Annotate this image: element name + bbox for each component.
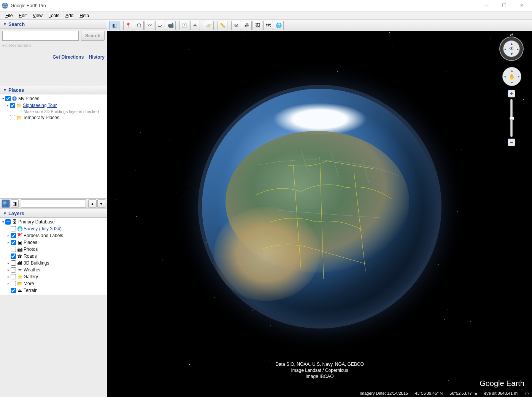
layer-item[interactable]: 🛣Roads	[0, 253, 107, 260]
layer-checkbox[interactable]	[11, 226, 16, 231]
expander-icon[interactable]: ▸	[6, 267, 11, 273]
print-button[interactable]: 🖶	[242, 21, 252, 30]
maximize-button[interactable]: ☐	[495, 0, 513, 11]
layer-label[interactable]: Survey (July 2024)	[24, 226, 62, 232]
compass-north-label: N	[510, 33, 513, 37]
look-right-arrow[interactable]: ▸	[517, 47, 519, 51]
layer-item[interactable]: 📷Photos	[0, 246, 107, 253]
planets-button[interactable]: 🪐	[204, 21, 214, 30]
look-up-arrow[interactable]: ▴	[511, 41, 513, 46]
record-tour-button[interactable]: 📹	[166, 21, 176, 30]
layer-checkbox[interactable]	[11, 240, 16, 245]
ruler-button[interactable]: 📏	[218, 21, 227, 30]
menu-edit[interactable]: Edit	[16, 12, 30, 19]
zoom-out-button[interactable]: −	[508, 139, 515, 146]
zoom-slider-track[interactable]	[510, 99, 513, 137]
places-down-button[interactable]: ▾	[97, 199, 106, 208]
places-split-button[interactable]: ◨	[11, 199, 19, 208]
places-search-button[interactable]: 🔍	[2, 199, 10, 208]
tree-item-sightseeing[interactable]: ▸ 📁 Sightseeing Tour	[0, 102, 107, 109]
sunlight-button[interactable]: ☀	[190, 21, 200, 30]
zoom-in-button[interactable]: +	[508, 90, 515, 97]
add-placemark-button[interactable]: 📍	[123, 21, 133, 30]
folder-icon: 📁	[16, 115, 22, 121]
add-image-overlay-button[interactable]: ▱	[155, 21, 165, 30]
layer-item[interactable]: ⛰Terrain	[0, 287, 107, 294]
globe-canvas[interactable]: N 👁 ▴ ▾ ◂ ▸ ✋ ▴ ▾ ◂ ▸ +	[107, 31, 532, 397]
layer-item[interactable]: ▸▣Places	[0, 239, 107, 246]
layer-checkbox[interactable]	[11, 281, 16, 286]
pan-right-arrow[interactable]: ▸	[518, 75, 520, 78]
status-latitude: 43°56'39.45" N	[415, 391, 443, 395]
nav-pan[interactable]: ✋ ▴ ▾ ◂ ▸	[502, 67, 521, 86]
search-button[interactable]: Search	[81, 31, 105, 41]
layer-checkbox[interactable]	[5, 219, 11, 225]
layer-item[interactable]: ▸⭐Gallery	[0, 273, 107, 280]
expander-icon[interactable]: ▸	[6, 260, 11, 266]
layer-item[interactable]: ▸🏙3D Buildings	[0, 260, 107, 266]
close-button[interactable]: ✕	[513, 0, 530, 11]
expander-icon[interactable]: ▸	[6, 239, 11, 246]
add-polygon-button[interactable]: ⬠	[134, 21, 144, 30]
layer-checkbox[interactable]	[11, 260, 16, 266]
expander-icon[interactable]: ▸	[5, 102, 10, 108]
minimize-button[interactable]: ─	[478, 0, 495, 11]
pin-icon: 📍	[125, 22, 131, 28]
split-icon: ◨	[13, 201, 17, 206]
menu-file[interactable]: File	[2, 12, 16, 19]
look-down-arrow[interactable]: ▾	[511, 52, 513, 56]
pan-left-arrow[interactable]: ◂	[504, 75, 506, 78]
menu-add[interactable]: Add	[62, 12, 76, 19]
layer-item[interactable]: ▾🗄Primary Database	[0, 218, 107, 225]
menu-view[interactable]: View	[30, 12, 46, 19]
pan-down-arrow[interactable]: ▾	[511, 81, 513, 85]
layer-checkbox[interactable]	[11, 274, 16, 279]
expander-icon[interactable]: ▾	[1, 96, 5, 102]
expander-icon[interactable]: ▸	[6, 281, 11, 287]
layer-item[interactable]: ▸📂More	[0, 280, 107, 287]
nav-compass[interactable]: N 👁 ▴ ▾ ◂ ▸	[499, 37, 524, 61]
menu-help[interactable]: Help	[76, 12, 92, 19]
toggle-sidebar-button[interactable]: ◧	[110, 21, 119, 30]
get-directions-link[interactable]: Get Directions	[52, 54, 84, 60]
sightseeing-label[interactable]: Sightseeing Tour	[23, 102, 57, 108]
view-maps-button[interactable]: 🗺	[263, 21, 273, 30]
layer-item[interactable]: ▸☀Weather	[0, 266, 107, 273]
historical-imagery-button[interactable]: 🕐	[179, 21, 189, 30]
expander-icon[interactable]: ▸	[6, 233, 11, 239]
layer-checkbox[interactable]	[11, 247, 16, 252]
search-input[interactable]	[2, 31, 79, 41]
email-button[interactable]: ✉	[231, 21, 241, 30]
globe-button[interactable]: 🌐	[274, 21, 284, 30]
my-places-checkbox[interactable]	[5, 96, 11, 101]
search-panel-header[interactable]: ▼ Search	[0, 20, 107, 29]
layer-item[interactable]: 🌐Survey (July 2024)	[0, 225, 107, 232]
title-bar: Google Earth Pro ─ ☐ ✕	[0, 0, 532, 11]
layer-checkbox[interactable]	[11, 254, 16, 259]
search-hint: ex: Restaurants	[2, 43, 105, 48]
tree-item-my-places[interactable]: ▾ My Places	[0, 95, 107, 102]
places-filter-input[interactable]	[21, 199, 86, 208]
earth-globe[interactable]	[202, 89, 438, 325]
layers-panel-header[interactable]: ▼ Layers	[0, 209, 107, 218]
sightseeing-desc: Make sure 3D Buildings layer is checked	[24, 109, 107, 114]
zoom-slider-thumb[interactable]	[510, 117, 514, 120]
menu-tools[interactable]: Tools	[46, 12, 62, 19]
places-up-button[interactable]: ▴	[88, 199, 97, 208]
temp-places-checkbox[interactable]	[10, 115, 15, 120]
layer-checkbox[interactable]	[11, 233, 16, 238]
history-link[interactable]: History	[89, 54, 105, 60]
layer-checkbox[interactable]	[11, 267, 16, 273]
layer-checkbox[interactable]	[11, 288, 16, 293]
add-path-button[interactable]: 〰	[145, 21, 154, 30]
layers-header-label: Layers	[8, 210, 24, 216]
pan-up-arrow[interactable]: ▴	[511, 69, 513, 72]
save-image-button[interactable]: 🖼	[253, 21, 262, 30]
tree-item-temp-places[interactable]: 📁 Temporary Places	[0, 114, 107, 121]
expander-icon[interactable]: ▸	[6, 274, 11, 280]
sightseeing-checkbox[interactable]	[10, 103, 15, 108]
layer-item[interactable]: ▸🚩Borders and Labels	[0, 232, 107, 239]
expander-icon[interactable]: ▾	[1, 219, 5, 225]
look-left-arrow[interactable]: ◂	[504, 47, 506, 51]
places-panel-header[interactable]: ▼ Places	[0, 86, 107, 94]
